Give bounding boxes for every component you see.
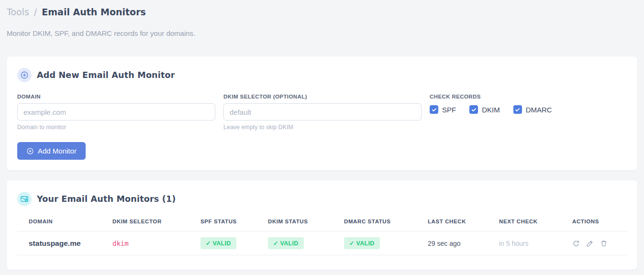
dkim-selector-field-group: DKIM SELECTOR (OPTIONAL) Leave empty to … [223,94,422,131]
col-header-last-check: LAST CHECK [428,219,499,224]
monitor-domain: statuspage.me [29,239,112,248]
domain-field-label: DOMAIN [17,94,215,99]
monitors-list-card: Your Email Auth Monitors (1) DOMAIN DKIM… [7,180,637,270]
spf-checkbox[interactable]: SPF [430,105,456,114]
monitor-last-check: 29 sec ago [428,240,499,247]
monitor-spf-status-cell: ✓ VALID [200,237,268,249]
col-header-dkim-selector: DKIM SELECTOR [112,219,200,224]
breadcrumb: Tools / Email Auth Monitors [7,6,637,19]
spf-checkbox-box[interactable] [430,105,438,114]
delete-button[interactable] [600,240,608,247]
dmarc-checkbox-label: DMARC [526,106,552,114]
monitors-list-card-header: Your Email Auth Monitors (1) [17,192,627,206]
delete-icon [600,240,608,247]
page-header: Tools / Email Auth Monitors Monitor DKIM… [0,0,644,37]
table-row: statuspage.me dkim ✓ VALID ✓ VALID ✓ VAL… [17,231,627,255]
monitors-table: DOMAIN DKIM SELECTOR SPF STATUS DKIM STA… [17,217,627,255]
dkim-status-badge: ✓ VALID [268,237,304,249]
spf-checkbox-label: SPF [442,106,456,114]
col-header-actions: ACTIONS [572,219,627,224]
monitors-table-header-row: DOMAIN DKIM SELECTOR SPF STATUS DKIM STA… [17,217,627,231]
edit-icon [586,240,594,247]
spf-status-badge: ✓ VALID [200,237,236,249]
dkim-checkbox-label: DKIM [482,106,500,114]
add-monitor-card-title: Add New Email Auth Monitor [37,70,175,80]
plus-circle-icon [26,147,34,155]
col-header-domain: DOMAIN [29,219,112,224]
add-monitor-form: DOMAIN Domain to monitor DKIM SELECTOR (… [17,94,627,131]
envelope-check-icon [17,192,32,206]
dmarc-checkbox[interactable]: DMARC [513,105,552,114]
refresh-icon [572,240,580,247]
domain-field-hint: Domain to monitor [17,124,215,131]
dkim-checkbox-box[interactable] [469,105,478,114]
add-monitor-card: Add New Email Auth Monitor DOMAIN Domain… [7,56,637,170]
monitor-dkim-status-cell: ✓ VALID [268,237,344,249]
col-header-next-check: NEXT CHECK [499,219,572,224]
page-subtitle: Monitor DKIM, SPF, and DMARC records for… [7,29,637,37]
domain-input[interactable] [17,103,215,121]
col-header-spf-status: SPF STATUS [200,219,268,224]
col-header-dmarc-status: DMARC STATUS [344,219,428,224]
monitor-dmarc-status-cell: ✓ VALID [344,237,428,249]
dkim-checkbox[interactable]: DKIM [469,105,500,114]
refresh-button[interactable] [572,240,580,247]
add-monitor-button[interactable]: Add Monitor [17,142,86,160]
monitor-actions-cell [572,240,627,247]
monitor-next-check: in 5 hours [499,240,572,247]
dmarc-status-badge: ✓ VALID [344,237,380,249]
check-records-label: CHECK RECORDS [430,94,552,99]
monitors-list-card-title: Your Email Auth Monitors (1) [37,194,176,204]
dkim-selector-input[interactable] [223,103,422,121]
dmarc-checkbox-box[interactable] [513,105,522,114]
page-title: Email Auth Monitors [42,7,146,17]
check-records-row: SPF DKIM DMARC [430,105,552,114]
breadcrumb-tools-link[interactable]: Tools [7,7,29,17]
plus-circle-icon [17,68,32,82]
dkim-selector-field-label: DKIM SELECTOR (OPTIONAL) [223,94,422,99]
add-monitor-button-label: Add Monitor [38,147,77,155]
edit-button[interactable] [586,240,594,247]
dkim-selector-field-hint: Leave empty to skip DKIM [223,124,422,131]
check-records-group: CHECK RECORDS SPF DKIM [430,94,552,131]
add-monitor-card-header: Add New Email Auth Monitor [17,68,627,82]
domain-field-group: DOMAIN Domain to monitor [17,94,215,131]
col-header-dkim-status: DKIM STATUS [268,219,344,224]
monitor-dkim-selector: dkim [112,240,200,247]
breadcrumb-separator: / [34,7,37,17]
